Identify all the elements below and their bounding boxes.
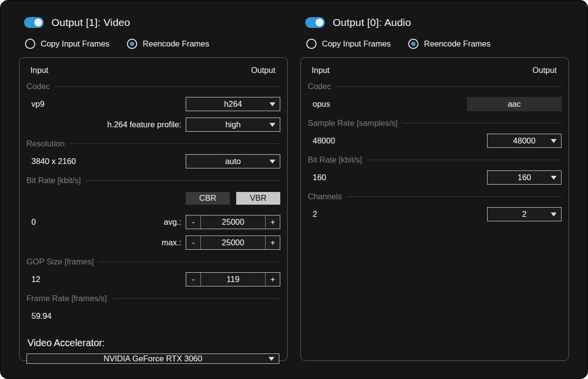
section-label: Bit Rate [kbit/s] — [25, 176, 86, 185]
video-codec-input-value: vp9 — [31, 99, 45, 109]
stepper-value[interactable]: 25000 — [201, 236, 265, 249]
chevron-down-icon — [270, 160, 275, 164]
video-output-toggle[interactable] — [24, 17, 44, 28]
audio-samplerate-input-value: 48000 — [313, 136, 335, 145]
chevron-down-icon — [551, 213, 557, 216]
video-bitrate-input-value: 0 — [31, 217, 36, 227]
video-reencode-frames-radio[interactable]: Reencode Frames — [127, 39, 209, 49]
video-copy-input-frames-radio[interactable]: Copy Input Frames — [25, 39, 109, 49]
section-label: GOP Size [frames] — [25, 257, 98, 266]
input-column-header: Input — [312, 66, 330, 75]
dropdown-value: 2 — [522, 210, 526, 219]
video-panel-title: Output [1]: Video — [51, 17, 130, 28]
audio-channels-dropdown[interactable]: 2 — [487, 207, 562, 221]
audio-output-panel: Output [0]: Audio Copy Input Frames Reen… — [300, 12, 569, 361]
radio-selected-dot — [411, 42, 416, 46]
audio-copy-input-frames-radio[interactable]: Copy Input Frames — [306, 39, 391, 49]
increment-button[interactable]: + — [265, 273, 280, 286]
video-gop-row: 12 - 119 + — [25, 272, 280, 286]
audio-samplerate-dropdown[interactable]: 48000 — [487, 134, 562, 148]
profile-label: h.264 feature profile: — [107, 120, 181, 129]
video-settings-group: Input Output Codec vp9 h264 — [19, 57, 288, 361]
radio-label: Reencode Frames — [143, 39, 209, 48]
radio-selected-dot — [130, 42, 134, 46]
section-divider — [402, 123, 562, 123]
radio-circle-icon — [127, 39, 137, 49]
increment-button[interactable]: + — [265, 215, 280, 229]
video-bitrate-avg-row: 0 avg.: - 25000 + — [25, 215, 280, 229]
video-framerate-section: Frame Rate [frames/s] — [25, 294, 280, 303]
decrement-button[interactable]: - — [186, 215, 201, 229]
audio-channels-section: Channels — [307, 192, 562, 201]
section-label: Resolution — [25, 139, 70, 148]
audio-reencode-frames-radio[interactable]: Reencode Frames — [408, 39, 490, 49]
stepper-value[interactable]: 25000 — [201, 215, 265, 229]
section-divider — [98, 261, 280, 262]
section-divider — [86, 180, 280, 181]
video-resolution-input-value: 3840 x 2160 — [31, 157, 76, 166]
vbr-button[interactable]: VBR — [236, 192, 280, 205]
audio-bitrate-input-value: 160 — [313, 173, 326, 182]
dropdown-value: auto — [225, 157, 241, 166]
audio-samplerate-section: Sample Rate [samples/s] — [307, 118, 562, 128]
video-max-bitrate-stepper: - 25000 + — [186, 236, 280, 250]
chevron-down-icon — [551, 139, 557, 143]
increment-button[interactable]: + — [265, 236, 280, 249]
audio-panel-title: Output [0]: Audio — [333, 17, 411, 28]
section-divider — [55, 86, 280, 87]
audio-settings-group: Input Output Codec opus aac Sample Rate … — [300, 57, 569, 361]
video-gop-section: GOP Size [frames] — [25, 257, 280, 266]
section-label: Codec — [25, 82, 55, 91]
toggle-knob — [34, 19, 42, 26]
audio-bitrate-dropdown[interactable]: 160 — [487, 170, 562, 185]
video-bitrate-section: Bit Rate [kbit/s] — [25, 176, 280, 185]
audio-panel-header: Output [0]: Audio — [305, 13, 569, 32]
video-accelerator-label: Video Accelerator: — [27, 337, 280, 349]
cbr-button[interactable]: CBR — [186, 192, 230, 205]
video-resolution-section: Resolution — [25, 139, 280, 148]
video-resolution-dropdown[interactable]: auto — [186, 154, 280, 168]
audio-codec-row: opus aac — [307, 97, 562, 111]
radio-label: Copy Input Frames — [322, 39, 391, 48]
decrement-button[interactable]: - — [186, 236, 201, 249]
radio-label: Copy Input Frames — [41, 39, 109, 48]
video-output-panel: Output [1]: Video Copy Input Frames Reen… — [19, 12, 288, 361]
video-codec-output-dropdown[interactable]: h264 — [186, 97, 280, 111]
section-divider — [336, 86, 562, 87]
dropdown-value: 48000 — [513, 136, 536, 145]
video-codec-section: Codec — [25, 82, 280, 91]
radio-label: Reencode Frames — [424, 39, 490, 48]
chevron-down-icon — [270, 123, 275, 127]
video-framerate-row: 59.94 — [25, 309, 280, 323]
video-profile-dropdown[interactable]: high — [186, 118, 280, 132]
output-column-header: Output — [251, 66, 275, 75]
dropdown-value: NVIDIA GeForce RTX 3060 — [103, 354, 202, 363]
encoder-settings-window: Output [1]: Video Copy Input Frames Reen… — [0, 0, 588, 379]
audio-output-toggle[interactable] — [305, 17, 325, 28]
chevron-down-icon — [270, 102, 275, 106]
chevron-down-icon — [269, 357, 274, 361]
toggle-knob — [316, 19, 323, 26]
video-gop-input-value: 12 — [31, 275, 40, 284]
section-divider — [367, 160, 562, 160]
section-label: Bit Rate [kbit/s] — [307, 155, 367, 165]
audio-bitrate-row: 160 160 — [307, 170, 562, 185]
dropdown-value: 160 — [517, 173, 531, 182]
video-framerate-input-value: 59.94 — [31, 311, 51, 321]
audio-channels-row: 2 2 — [307, 207, 562, 221]
section-label: Sample Rate [samples/s] — [307, 118, 402, 128]
dropdown-value: high — [225, 120, 241, 129]
radio-circle-icon — [25, 39, 35, 49]
video-accelerator-dropdown[interactable]: NVIDIA GeForce RTX 3060 — [26, 354, 279, 364]
section-divider — [347, 196, 562, 197]
radio-circle-icon — [408, 39, 418, 49]
video-panel-header: Output [1]: Video — [24, 13, 288, 32]
video-bitrate-mode-row: CBR VBR — [25, 191, 280, 205]
output-column-header: Output — [532, 66, 557, 75]
audio-mode-radios: Copy Input Frames Reencode Frames — [306, 36, 569, 51]
stepper-value[interactable]: 119 — [201, 273, 265, 286]
avg-label: avg.: — [164, 217, 181, 227]
audio-codec-output-field[interactable]: aac — [467, 97, 562, 111]
decrement-button[interactable]: - — [186, 273, 201, 286]
video-resolution-row: 3840 x 2160 auto — [25, 154, 280, 168]
